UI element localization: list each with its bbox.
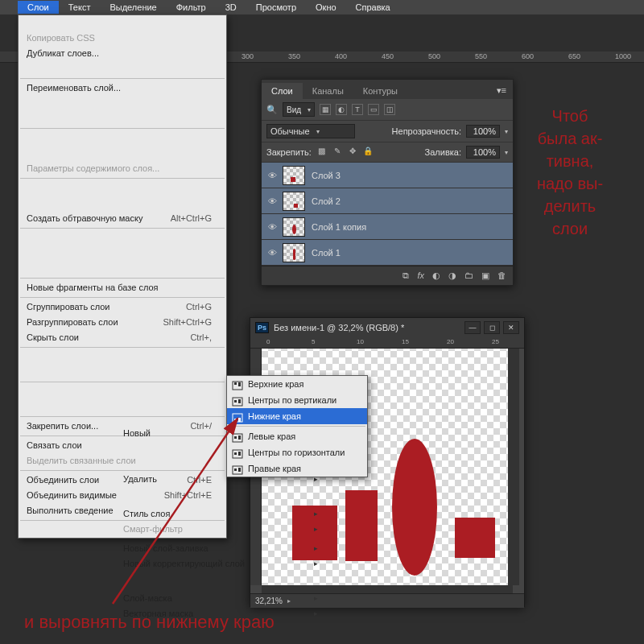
- visibility-icon[interactable]: 👁: [262, 248, 283, 258]
- fill-field[interactable]: 100%: [466, 146, 500, 159]
- fill-dropdown-icon[interactable]: ▾: [505, 149, 508, 156]
- menu-item[interactable]: Выполнить сведение: [19, 503, 226, 518]
- layer-thumbnail[interactable]: [283, 217, 305, 237]
- annotation-bottom: и выровнять по нижнему краю: [24, 612, 275, 633]
- menu-item[interactable]: Объединить видимыеShift+Ctrl+E: [19, 488, 226, 503]
- panel-flyout-menu-icon[interactable]: ▾≡: [490, 82, 513, 99]
- opacity-label: Непрозрачность:: [392, 126, 461, 136]
- layer-list: 👁Слой 3👁Слой 2👁Слой 1 копия👁Слой 1: [262, 163, 513, 266]
- document-statusbar: 32,21%: [250, 593, 524, 608]
- menu-item[interactable]: Разгруппировать слоиShift+Ctrl+G: [19, 315, 226, 330]
- menu-item[interactable]: Новые фрагменты на базе слоя: [19, 280, 226, 295]
- filter-smart-icon[interactable]: ◫: [384, 104, 395, 115]
- menu-справка[interactable]: Справка: [346, 1, 400, 14]
- menu-текст[interactable]: Текст: [59, 1, 101, 14]
- menu-3d[interactable]: 3D: [216, 1, 246, 14]
- filter-type-icon[interactable]: T: [352, 104, 363, 115]
- lock-all-icon[interactable]: 🔒: [362, 147, 374, 158]
- layer-row[interactable]: 👁Слой 3: [262, 163, 513, 188]
- layer-name[interactable]: Слой 2: [312, 196, 341, 206]
- menu-фильтр[interactable]: Фильтр: [167, 1, 216, 14]
- layer-fx-icon[interactable]: fx: [417, 270, 424, 281]
- menu-item[interactable]: Связать слои: [19, 438, 226, 453]
- new-layer-icon[interactable]: ▣: [481, 270, 489, 281]
- menu-item[interactable]: Переименовать слой...: [19, 80, 226, 96]
- submenu-item-align-bottom[interactable]: Нижние края: [227, 408, 367, 424]
- window-minimize-button[interactable]: —: [464, 321, 481, 334]
- layer-row[interactable]: 👁Слой 2: [262, 188, 513, 214]
- menu-слои[interactable]: Слои: [18, 1, 59, 14]
- tab-контуры[interactable]: Контуры: [353, 83, 407, 99]
- submenu-item-align-right[interactable]: Правые края: [227, 460, 367, 477]
- layer-row[interactable]: 👁Слой 1: [262, 240, 513, 266]
- filter-adjust-icon[interactable]: ◐: [336, 104, 347, 115]
- tab-каналы[interactable]: Каналы: [303, 83, 353, 99]
- layer-name[interactable]: Слой 1: [312, 248, 341, 258]
- submenu-item-align-top[interactable]: Верхние края: [227, 376, 367, 392]
- add-mask-icon[interactable]: ◐: [432, 270, 440, 281]
- align-left-icon: [232, 431, 243, 441]
- layer-name[interactable]: Слой 3: [312, 171, 341, 180]
- menu-item[interactable]: Закрепить слои...Ctrl+/: [19, 419, 226, 434]
- svg-rect-5: [238, 399, 241, 403]
- lock-pixels-icon[interactable]: ✎: [332, 147, 343, 158]
- shape-ellipse: [392, 439, 437, 576]
- document-titlebar[interactable]: Ps Без имени-1 @ 32,2% (RGB/8) * — ◻ ✕: [250, 318, 524, 337]
- menu-item[interactable]: Скрыть слоиCtrl+,: [19, 330, 226, 345]
- window-close-button[interactable]: ✕: [503, 321, 519, 334]
- zoom-level[interactable]: 32,21%: [255, 597, 283, 605]
- menu-окно[interactable]: Окно: [306, 1, 346, 14]
- menu-item[interactable]: Создать обтравочную маскуAlt+Ctrl+G: [19, 211, 226, 226]
- filter-shape-icon[interactable]: ▭: [368, 104, 379, 115]
- blend-opacity-row: Обычные Непрозрачность: 100% ▾: [262, 121, 513, 142]
- shape-rect-3: [455, 518, 495, 558]
- menu-item[interactable]: Объединить слоиCtrl+E: [19, 473, 226, 488]
- lock-transparency-icon[interactable]: ▩: [316, 147, 328, 158]
- svg-rect-15: [233, 466, 242, 474]
- menu-item: Выделить связанные слои: [19, 453, 226, 469]
- scrollbar-vertical[interactable]: [508, 349, 519, 585]
- blend-mode-select[interactable]: Обычные: [266, 124, 355, 138]
- layer-name[interactable]: Слой 1 копия: [312, 222, 366, 232]
- menu-item[interactable]: Сгруппировать слоиCtrl+G: [19, 299, 226, 315]
- svg-rect-8: [238, 418, 241, 422]
- svg-rect-17: [238, 468, 241, 472]
- tab-слои[interactable]: Слои: [262, 83, 303, 99]
- menubar: СлоиТекстВыделениеФильтр3DПросмотрОкноСп…: [0, 0, 644, 14]
- menu-item[interactable]: Смарт-объект: [115, 641, 323, 644]
- layer-thumbnail[interactable]: [283, 243, 305, 262]
- window-maximize-button[interactable]: ◻: [484, 321, 500, 334]
- layer-thumbnail[interactable]: [283, 166, 305, 185]
- delete-layer-icon[interactable]: 🗑: [497, 270, 506, 281]
- search-icon: 🔍: [266, 105, 278, 115]
- ps-file-icon: Ps: [255, 322, 269, 333]
- submenu-item-align-vcenter[interactable]: Центры по вертикали: [227, 392, 367, 408]
- layer-thumbnail[interactable]: [283, 192, 305, 211]
- opacity-dropdown-icon[interactable]: ▾: [505, 128, 508, 135]
- svg-rect-4: [234, 400, 237, 402]
- link-layers-icon[interactable]: ⧉: [402, 270, 409, 281]
- filter-kind-select[interactable]: Вид: [283, 102, 315, 117]
- visibility-icon[interactable]: 👁: [262, 196, 283, 206]
- menu-просмотр[interactable]: Просмотр: [246, 1, 306, 14]
- filter-pixel-icon[interactable]: ▦: [320, 104, 331, 115]
- new-group-icon[interactable]: 🗀: [464, 270, 473, 281]
- menu-выделение[interactable]: Выделение: [100, 1, 166, 14]
- menu-item[interactable]: Дубликат слоев...: [19, 46, 226, 61]
- visibility-icon[interactable]: 👁: [262, 171, 283, 180]
- svg-rect-12: [233, 450, 242, 458]
- lock-label: Закрепить:: [266, 147, 312, 157]
- submenu-item-align-left[interactable]: Левые края: [227, 428, 367, 444]
- menu-dropdown-layers: НовыйКопировать CSSДубликат слоев...Удал…: [18, 14, 227, 539]
- visibility-icon[interactable]: 👁: [262, 222, 283, 232]
- annotation-right: Чтоббыла ак-тивна,надо вы-делитьслои: [514, 105, 626, 240]
- svg-rect-3: [233, 398, 242, 406]
- align-right-icon: [232, 464, 243, 473]
- opacity-field[interactable]: 100%: [466, 125, 500, 138]
- lock-position-icon[interactable]: ✥: [347, 147, 358, 158]
- submenu-item-align-hcenter[interactable]: Центры по горизонтали: [227, 444, 367, 460]
- adjustment-layer-icon[interactable]: ◑: [448, 270, 456, 281]
- layer-row[interactable]: 👁Слой 1 копия: [262, 214, 513, 240]
- svg-rect-14: [238, 452, 241, 456]
- scrollbar-horizontal[interactable]: [262, 585, 513, 593]
